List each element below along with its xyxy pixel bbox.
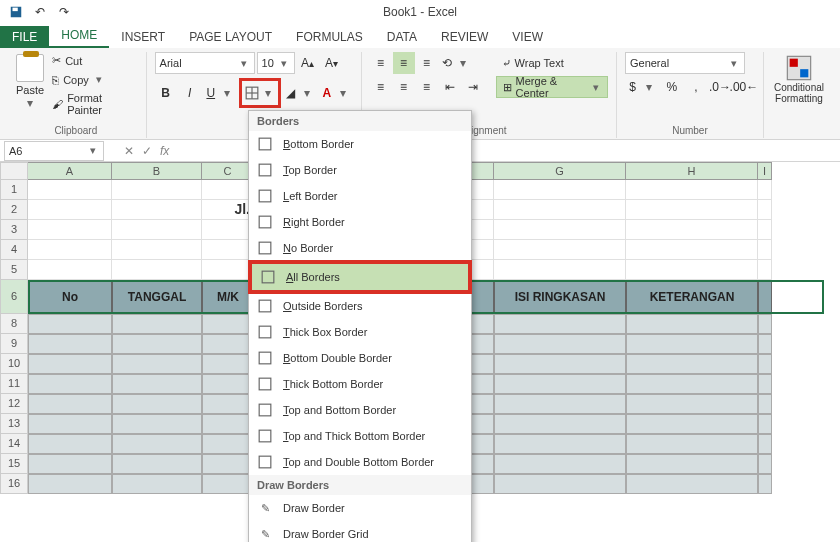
row-header-16[interactable]: 16 [0, 474, 28, 494]
fill-color-button[interactable]: ◢▾ [283, 82, 317, 104]
format-painter-button[interactable]: 🖌Format Painter [50, 90, 137, 118]
decrease-decimal-icon[interactable]: .00← [733, 76, 755, 98]
cell[interactable] [112, 200, 202, 220]
cell[interactable] [28, 260, 112, 280]
border-option[interactable]: Top and Bottom Border [249, 397, 471, 423]
align-right-icon[interactable]: ≡ [416, 76, 438, 98]
font-name-combo[interactable]: Arial▾ [155, 52, 255, 74]
align-bottom-icon[interactable]: ≡ [416, 52, 438, 74]
border-option[interactable]: Thick Box Border [249, 319, 471, 345]
cell[interactable] [626, 354, 758, 374]
row-header-2[interactable]: 2 [0, 200, 28, 220]
cell[interactable] [28, 434, 112, 454]
cell[interactable] [112, 260, 202, 280]
cell[interactable] [112, 374, 202, 394]
cell[interactable] [28, 414, 112, 434]
cell[interactable] [28, 200, 112, 220]
percent-button[interactable]: % [661, 76, 683, 98]
cell[interactable] [202, 474, 254, 494]
cell[interactable] [494, 414, 626, 434]
increase-indent-icon[interactable]: ⇥ [462, 76, 484, 98]
row-header-13[interactable]: 13 [0, 414, 28, 434]
cell[interactable] [202, 374, 254, 394]
cell[interactable] [112, 474, 202, 494]
tab-home[interactable]: HOME [49, 24, 109, 48]
cell[interactable] [494, 434, 626, 454]
bold-button[interactable]: B [155, 82, 177, 104]
cell[interactable] [202, 240, 254, 260]
cell[interactable] [626, 394, 758, 414]
border-option[interactable]: Outside Borders [249, 293, 471, 319]
font-size-combo[interactable]: 10▾ [257, 52, 295, 74]
cell[interactable] [626, 240, 758, 260]
cell[interactable] [28, 314, 112, 334]
cell[interactable] [28, 354, 112, 374]
font-color-button[interactable]: A▾ [319, 82, 353, 104]
cell[interactable] [28, 474, 112, 494]
cell[interactable]: M/K [202, 280, 254, 314]
undo-icon[interactable]: ↶ [32, 4, 48, 20]
cell[interactable] [28, 180, 112, 200]
cell[interactable]: No [28, 280, 112, 314]
cell[interactable] [202, 354, 254, 374]
cell[interactable]: TANGGAL [112, 280, 202, 314]
cell[interactable] [758, 434, 772, 454]
cell[interactable] [626, 454, 758, 474]
border-option[interactable]: Right Border [249, 209, 471, 235]
col-header-I[interactable]: I [758, 162, 772, 180]
cell[interactable] [626, 260, 758, 280]
cell[interactable] [626, 414, 758, 434]
cell[interactable] [112, 354, 202, 374]
underline-button[interactable]: U▾ [203, 82, 237, 104]
tab-page-layout[interactable]: PAGE LAYOUT [177, 26, 284, 48]
cell[interactable] [494, 180, 626, 200]
cell[interactable] [494, 220, 626, 240]
align-top-icon[interactable]: ≡ [370, 52, 392, 74]
row-header-5[interactable]: 5 [0, 260, 28, 280]
border-option[interactable]: Bottom Double Border [249, 345, 471, 371]
copy-button[interactable]: ⎘Copy▾ [50, 71, 137, 88]
enter-icon[interactable]: ✓ [142, 144, 152, 158]
decrease-font-icon[interactable]: A▾ [321, 52, 343, 74]
cell[interactable] [202, 454, 254, 474]
row-header-12[interactable]: 12 [0, 394, 28, 414]
row-header-14[interactable]: 14 [0, 434, 28, 454]
border-option[interactable]: Thick Bottom Border [249, 371, 471, 397]
row-header-11[interactable]: 11 [0, 374, 28, 394]
border-option-all-borders[interactable]: All Borders [252, 264, 468, 290]
name-box[interactable]: A6▾ [4, 141, 104, 161]
col-header-C[interactable]: C [202, 162, 254, 180]
cell[interactable] [202, 434, 254, 454]
cell[interactable] [28, 220, 112, 240]
cell[interactable] [626, 314, 758, 334]
cell[interactable] [112, 314, 202, 334]
align-middle-icon[interactable]: ≡ [393, 52, 415, 74]
cancel-icon[interactable]: ✕ [124, 144, 134, 158]
cell[interactable] [494, 394, 626, 414]
cell[interactable] [758, 414, 772, 434]
increase-decimal-icon[interactable]: .0→ [709, 76, 731, 98]
number-format-combo[interactable]: General▾ [625, 52, 745, 74]
cell[interactable] [112, 240, 202, 260]
cell[interactable] [758, 374, 772, 394]
cell[interactable] [112, 334, 202, 354]
cell[interactable] [112, 434, 202, 454]
cell[interactable] [758, 240, 772, 260]
cell[interactable] [758, 220, 772, 240]
cell[interactable] [494, 334, 626, 354]
row-header-9[interactable]: 9 [0, 334, 28, 354]
paste-button[interactable]: Paste ▾ [14, 52, 46, 125]
cell[interactable] [758, 200, 772, 220]
cell[interactable] [626, 434, 758, 454]
cell[interactable] [626, 220, 758, 240]
merge-center-button[interactable]: ⊞Merge & Center▾ [496, 76, 608, 98]
cell[interactable] [202, 220, 254, 240]
cell[interactable] [28, 394, 112, 414]
redo-icon[interactable]: ↷ [56, 4, 72, 20]
cell[interactable] [494, 200, 626, 220]
increase-font-icon[interactable]: A▴ [297, 52, 319, 74]
cell[interactable] [202, 414, 254, 434]
cut-button[interactable]: ✂Cut [50, 52, 137, 69]
cell[interactable] [202, 334, 254, 354]
col-header-B[interactable]: B [112, 162, 202, 180]
